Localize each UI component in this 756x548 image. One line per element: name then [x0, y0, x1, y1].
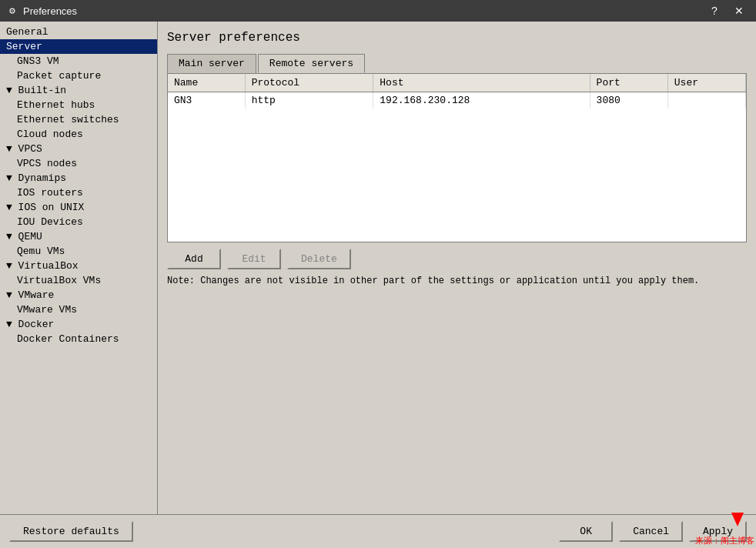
- sidebar-item-gns3vm[interactable]: GNS3 VM: [0, 54, 157, 68]
- ok-button[interactable]: OK: [559, 521, 613, 542]
- sidebar-item-docker[interactable]: ▼ Docker: [0, 317, 157, 332]
- sidebar-item-packet-capture[interactable]: Packet capture: [0, 68, 157, 83]
- help-button[interactable]: ?: [704, 2, 725, 19]
- sidebar-item-vmware-vms[interactable]: VMware VMs: [0, 302, 157, 317]
- table-cell-protocol: http: [245, 92, 373, 109]
- edit-button[interactable]: Edit: [227, 249, 281, 269]
- tab-main-server[interactable]: Main server: [167, 54, 256, 73]
- table-row[interactable]: GN3http192.168.230.1283080: [168, 92, 746, 109]
- note-text: Note: Changes are not visible in other p…: [167, 276, 747, 286]
- tab-remote-servers[interactable]: Remote servers: [258, 54, 365, 73]
- sidebar-item-virtualbox[interactable]: ▼ VirtualBox: [0, 259, 157, 273]
- content-area: GeneralServerGNS3 VMPacket capture▼ Buil…: [0, 22, 756, 514]
- table-header-user: User: [667, 74, 745, 92]
- window-icon: ⚙: [6, 5, 18, 17]
- add-button[interactable]: Add: [167, 249, 221, 269]
- title-bar-buttons: ? ✕: [704, 2, 750, 19]
- sidebar-item-ethernet-switches[interactable]: Ethernet switches: [0, 112, 157, 127]
- table-cell-port: 3080: [590, 92, 667, 109]
- table-header-name: Name: [168, 74, 245, 92]
- apply-button[interactable]: Apply: [689, 521, 747, 542]
- sidebar-item-dynamips[interactable]: ▼ Dynamips: [0, 171, 157, 185]
- sidebar-item-virtualbox-vms[interactable]: VirtualBox VMs: [0, 273, 157, 288]
- cancel-button[interactable]: Cancel: [619, 521, 683, 542]
- bottom-bar: Restore defaults OK Cancel Apply: [0, 514, 756, 548]
- right-panel: Server preferences Main serverRemote ser…: [158, 22, 756, 514]
- title-bar: ⚙ Preferences ? ✕: [0, 0, 756, 22]
- sidebar-item-ios-on-unix[interactable]: ▼ IOS on UNIX: [0, 200, 157, 215]
- sidebar-item-cloud-nodes[interactable]: Cloud nodes: [0, 127, 157, 142]
- window-title: Preferences: [23, 5, 704, 17]
- sidebar-item-vpcs-nodes[interactable]: VPCS nodes: [0, 156, 157, 171]
- restore-defaults-button[interactable]: Restore defaults: [9, 521, 133, 542]
- table-cell-name: GN3: [168, 92, 245, 109]
- table-container: NameProtocolHostPortUser GN3http192.168.…: [167, 73, 747, 242]
- sidebar-item-docker-containers[interactable]: Docker Containers: [0, 332, 157, 346]
- sidebar-item-qemu[interactable]: ▼ QEMU: [0, 229, 157, 244]
- sidebar-item-vpcs[interactable]: ▼ VPCS: [0, 142, 157, 156]
- sidebar-item-builtin[interactable]: ▼ Built-in: [0, 83, 157, 98]
- sidebar-item-general[interactable]: General: [0, 25, 157, 39]
- table-cell-host: 192.168.230.128: [373, 92, 590, 109]
- panel-title: Server preferences: [167, 31, 747, 45]
- delete-button[interactable]: Delete: [287, 249, 351, 269]
- table-header-protocol: Protocol: [245, 74, 373, 92]
- tabs-container: Main serverRemote servers: [167, 54, 747, 73]
- table-cell-user: [667, 92, 745, 109]
- sidebar-item-ios-routers[interactable]: IOS routers: [0, 185, 157, 200]
- sidebar-item-qemu-vms[interactable]: Qemu VMs: [0, 244, 157, 259]
- table-header-port: Port: [590, 74, 667, 92]
- sidebar: GeneralServerGNS3 VMPacket capture▼ Buil…: [0, 22, 158, 514]
- table-header-host: Host: [373, 74, 590, 92]
- sidebar-item-vmware[interactable]: ▼ VMware: [0, 288, 157, 302]
- buttons-row: Add Edit Delete: [167, 249, 747, 269]
- sidebar-item-iou-devices[interactable]: IOU Devices: [0, 215, 157, 229]
- sidebar-item-server[interactable]: Server: [0, 39, 157, 54]
- main-window: GeneralServerGNS3 VMPacket capture▼ Buil…: [0, 22, 756, 548]
- sidebar-item-ethernet-hubs[interactable]: Ethernet hubs: [0, 98, 157, 112]
- close-button[interactable]: ✕: [728, 2, 750, 19]
- server-table: NameProtocolHostPortUser GN3http192.168.…: [168, 74, 746, 109]
